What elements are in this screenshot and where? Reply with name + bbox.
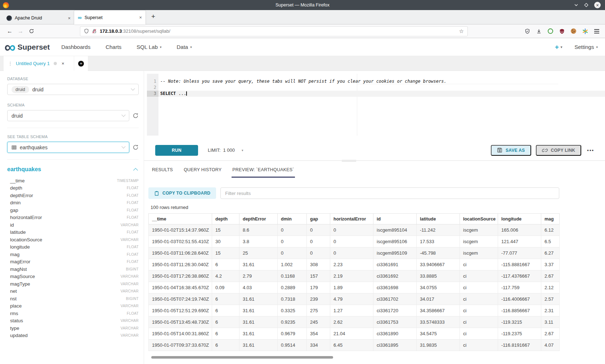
superset-brand[interactable]: Superset [17, 43, 50, 51]
save-as-button[interactable]: SAVE AS [491, 145, 531, 156]
schema-select[interactable]: druid [7, 110, 129, 121]
tab-preview-earthquakes[interactable]: PREVIEW: `EARTHQUAKES` [232, 167, 294, 178]
settings-label: Settings [574, 44, 594, 50]
tab-query-history[interactable]: QUERY HISTORY [184, 167, 221, 178]
table-select[interactable]: earthquakes [7, 142, 129, 153]
limit-dropdown[interactable]: LIMIT: 1 000 ▾ [208, 147, 243, 153]
add-new-button[interactable]: +▾ [555, 43, 563, 51]
browser-tab-apache-druid[interactable]: Apache Druid × [3, 12, 74, 24]
tab-close-icon[interactable]: × [139, 15, 142, 20]
extension-ring-icon[interactable] [548, 28, 553, 34]
table-cell: 4.79 [330, 294, 373, 305]
copy-link-button[interactable]: COPY LINK [536, 145, 582, 156]
bookmark-star-icon[interactable]: ☆ [459, 28, 464, 35]
nav-item-charts[interactable]: Charts [103, 42, 124, 51]
table-cell: 2.19 [330, 270, 373, 282]
maximize-button[interactable] [584, 3, 588, 7]
settings-menu[interactable]: Settings▾ [574, 44, 598, 50]
close-button[interactable]: × [594, 2, 601, 8]
url-bar[interactable]: 172.18.0.3:32108/superset/sqllab/ ☆ [80, 26, 468, 36]
menu-hamburger-icon[interactable] [594, 29, 599, 33]
nav-item-data[interactable]: Data▾ [175, 42, 194, 51]
new-tab-button[interactable]: + [145, 13, 161, 22]
navbar-right: +▾ Settings▾ [555, 43, 600, 51]
tracking-protection-shield-icon[interactable] [84, 28, 89, 34]
database-select[interactable]: druid druid [7, 84, 139, 95]
column-header[interactable]: depthError [239, 214, 278, 224]
column-header[interactable]: id [373, 214, 417, 224]
column-name: gap [10, 208, 18, 213]
back-button[interactable]: ← [4, 26, 15, 36]
insecure-lock-icon[interactable] [92, 28, 97, 34]
caret-down-icon: ▾ [160, 45, 162, 49]
tab-close-icon[interactable]: × [68, 15, 71, 21]
refresh-schemas-icon[interactable] [133, 113, 139, 119]
table-cell: 1950-01-05T13:45:48.730Z [149, 317, 212, 328]
copy-to-clipboard-button[interactable]: COPY TO CLIPBOARD [148, 187, 216, 199]
query-tab[interactable]: ⋮ Untitled Query 1 × [4, 56, 74, 71]
add-query-tab-button[interactable]: + [74, 56, 88, 71]
table-cell: 3.11 [541, 317, 560, 328]
sql-editor[interactable]: 1 -- Note: Unless you save your query, t… [147, 74, 605, 136]
url-text: 172.18.0.3:32108/superset/sqllab/ [100, 28, 456, 34]
chevron-up-icon[interactable] [133, 168, 138, 173]
tab-results[interactable]: RESULTS [152, 167, 173, 178]
colorful-asterisk-icon[interactable] [582, 28, 588, 34]
table-cell: 25 [239, 247, 278, 259]
column-header[interactable]: horizontalError [330, 214, 373, 224]
column-type: VARCHAR [121, 223, 139, 227]
minimize-button[interactable] [574, 3, 578, 7]
table-cell: 8.6 [239, 224, 278, 236]
nav-item-sql-lab[interactable]: SQL Lab▾ [134, 42, 163, 51]
column-header[interactable]: dmin [278, 214, 307, 224]
editor-toolbar: RUN LIMIT: 1 000 ▾ SAVE AS [144, 136, 605, 161]
column-header[interactable]: latitude [417, 214, 460, 224]
superset-navbar: ∞ Superset DashboardsChartsSQL Lab▾Data▾… [0, 38, 605, 56]
nav-item-label: Data [177, 44, 188, 50]
query-tab-close-icon[interactable]: × [62, 61, 64, 66]
drag-handle-icon[interactable]: ⋮ [8, 61, 13, 66]
table-cell: ci [460, 270, 498, 282]
nav-item-dashboards[interactable]: Dashboards [59, 42, 93, 51]
table-cell: 1950-01-07T09:37:33.670Z [149, 340, 212, 351]
pocket-shield-icon[interactable] [525, 28, 530, 34]
browser-tab-superset[interactable]: ∞ Superset × [74, 10, 145, 24]
column-header[interactable]: __time [149, 214, 212, 224]
filter-results-input[interactable] [220, 187, 559, 199]
column-header[interactable]: locationSource [460, 214, 498, 224]
pane-resize-handle[interactable] [342, 160, 356, 162]
table-cell: 34.017 [417, 294, 460, 305]
copy-to-clipboard-label: COPY TO CLIPBOARD [162, 191, 210, 196]
table-cell: 1.002 [278, 259, 307, 270]
table-cell: ci [460, 328, 498, 340]
more-options-icon[interactable]: ••• [587, 147, 594, 153]
ublock-shield-icon[interactable] [559, 28, 565, 34]
column-header[interactable]: depth [212, 214, 239, 224]
run-button[interactable]: RUN [155, 145, 198, 156]
column-name: net [10, 288, 17, 294]
download-icon[interactable] [536, 28, 542, 34]
table-grid-icon [12, 145, 17, 150]
column-header[interactable]: longitude [498, 214, 541, 224]
limit-label: LIMIT: [208, 147, 220, 153]
window-titlebar: Superset — Mozilla Firefox × [0, 0, 605, 10]
superset-logo-icon[interactable]: ∞ [4, 40, 15, 54]
table-cell: 30 [212, 236, 239, 247]
table-schema-label: SEE TABLE SCHEMA [7, 135, 139, 139]
row-count-text: 100 rows returned [151, 205, 559, 210]
refresh-tables-icon[interactable] [133, 144, 139, 150]
table-schema-header[interactable]: earthquakes [7, 166, 139, 173]
cookie-icon[interactable] [571, 28, 576, 34]
sql-text: ... [176, 91, 186, 96]
column-header[interactable]: gap [307, 214, 330, 224]
reload-button[interactable] [26, 26, 37, 36]
column-type: VARCHAR [121, 304, 139, 308]
table-cell: 0 [307, 247, 330, 259]
schema-column-item: dminFLOAT [7, 199, 139, 207]
column-header[interactable]: mag [541, 214, 560, 224]
scrollbar-thumb[interactable] [151, 356, 333, 359]
extension-icons [525, 28, 599, 34]
schema-label: SCHEMA [7, 103, 139, 107]
forward-button[interactable]: → [15, 26, 26, 36]
column-name: mag [10, 252, 19, 257]
